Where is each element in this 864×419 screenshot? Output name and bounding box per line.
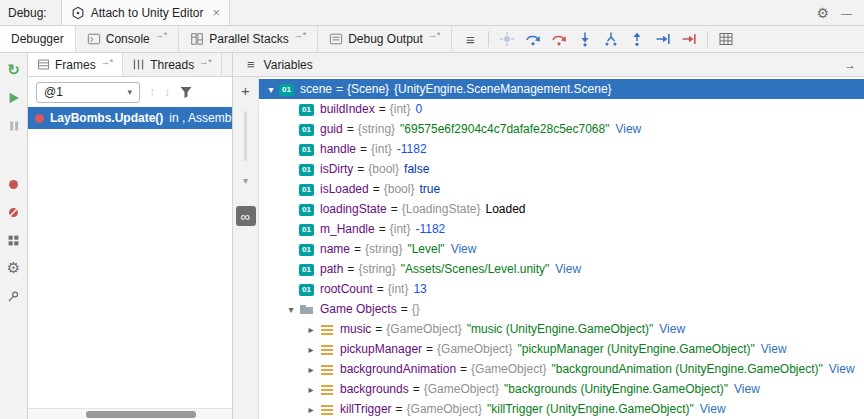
variable-row[interactable]: 01 buildIndex = {int} 0 (259, 99, 864, 119)
view-link[interactable]: View (734, 382, 760, 396)
layout-menu-button[interactable]: ≡ (458, 28, 482, 50)
variable-row[interactable]: 01 path = {string} "Assets/Scenes/Level.… (259, 259, 864, 279)
variable-name: guid (320, 122, 343, 136)
tree-chevron-icon[interactable]: ▸ (303, 324, 319, 335)
resume-button[interactable] (2, 86, 26, 110)
tree-chevron-icon[interactable]: ▾ (283, 304, 299, 315)
gear-icon: ⚙ (7, 259, 20, 277)
variable-row[interactable]: 01 m_Handle = {int} -1182 (259, 219, 864, 239)
variable-name: handle (320, 142, 356, 156)
chevron-down-icon[interactable]: ▾ (243, 175, 248, 186)
view-link[interactable]: View (555, 262, 581, 276)
scrollbar-thumb[interactable] (86, 411, 196, 418)
variable-type: {string} (358, 122, 395, 136)
stop-button[interactable] (2, 172, 26, 196)
variable-row[interactable]: ▾ 01 scene = {Scene} {UnityEngine.SceneM… (259, 79, 864, 99)
frame-location: in , Assembly-C (169, 111, 232, 125)
view-link[interactable]: View (829, 362, 855, 376)
arrow-right-icon[interactable]: → (844, 58, 856, 72)
step-over-button[interactable] (521, 28, 545, 50)
smart-step-into-icon (603, 31, 619, 47)
pin-button[interactable] (2, 284, 26, 308)
step-over-icon (525, 31, 541, 47)
menu-icon[interactable]: ≡ (247, 57, 255, 72)
separator (707, 31, 708, 47)
variable-type: {GameObject} (386, 322, 461, 336)
step-out-button[interactable] (625, 28, 649, 50)
view-link[interactable]: View (761, 342, 787, 356)
variable-row[interactable]: ▸ pickupManager = {GameObject} "pickupMa… (259, 339, 864, 359)
tab-console[interactable]: Console →* (76, 26, 180, 52)
force-step-over-button[interactable] (547, 28, 571, 50)
thread-selector[interactable]: @1 ▾ (36, 82, 140, 103)
show-execution-point-icon (499, 31, 515, 47)
settings-gear-icon[interactable]: ⚙ (816, 5, 829, 21)
show-watches-icon[interactable]: ∞ (236, 206, 256, 226)
variable-row[interactable]: 01 loadingState = {LoadingState} Loaded (259, 199, 864, 219)
separator (488, 31, 489, 47)
smart-step-into-button[interactable] (599, 28, 623, 50)
gameobject-icon (319, 401, 335, 417)
filter-funnel-icon[interactable] (179, 85, 193, 99)
variable-row[interactable]: ▸ backgroundAnimation = {GameObject} "ba… (259, 359, 864, 379)
frame-row[interactable]: LayBombs.Update() in , Assembly-C (28, 107, 232, 129)
scrollbar-thumb[interactable] (244, 111, 247, 161)
variable-row[interactable]: ▾ Game Objects = {} (259, 299, 864, 319)
pause-button[interactable] (2, 114, 26, 138)
tree-chevron-icon[interactable]: ▸ (303, 364, 319, 375)
view-link[interactable]: View (659, 322, 685, 336)
tab-parallel-stacks[interactable]: Parallel Stacks →* (179, 26, 318, 52)
next-frame-icon[interactable]: ↓ (164, 85, 170, 99)
tab-debugger[interactable]: Debugger (0, 26, 76, 52)
previous-frame-icon[interactable]: ↑ (149, 85, 155, 99)
variable-name: music (340, 322, 371, 336)
variable-name: backgroundAnimation (340, 362, 456, 376)
gameobject-icon (319, 341, 335, 357)
variable-row[interactable]: 01 guid = {string} "69575e6f2904c4c7dafa… (259, 119, 864, 139)
variable-row[interactable]: ▸ music = {GameObject} "music (UnityEngi… (259, 319, 864, 339)
variables-tree: ▾ 01 scene = {Scene} {UnityEngine.SceneM… (259, 77, 864, 419)
force-run-to-cursor-button[interactable] (677, 28, 701, 50)
variable-row[interactable]: 01 rootCount = {int} 13 (259, 279, 864, 299)
value-icon: 01 (299, 264, 314, 276)
restore-layout-button[interactable] (2, 228, 26, 252)
variable-value: -1182 (397, 142, 427, 156)
step-into-icon (577, 31, 593, 47)
tree-chevron-icon[interactable]: ▸ (303, 344, 319, 355)
step-into-button[interactable] (573, 28, 597, 50)
tab-frames[interactable]: Frames →* (28, 53, 123, 76)
add-watch-icon[interactable]: + (241, 82, 250, 99)
view-link[interactable]: View (451, 242, 477, 256)
view-link[interactable]: View (700, 402, 726, 416)
tree-chevron-icon[interactable]: ▸ (303, 384, 319, 395)
variable-row[interactable]: 01 handle = {int} -1182 (259, 139, 864, 159)
rerun-button[interactable]: ↻ (2, 58, 26, 82)
thread-selector-value: @1 (44, 85, 63, 99)
variable-row[interactable]: 01 name = {string} "Level" View (259, 239, 864, 259)
grid-view-button[interactable] (714, 28, 738, 50)
tree-chevron-icon[interactable]: ▸ (303, 404, 319, 415)
variable-row[interactable]: ▸ backgrounds = {GameObject} "background… (259, 379, 864, 399)
tree-chevron-icon[interactable]: ▾ (263, 84, 279, 95)
hide-icon[interactable]: — (841, 7, 852, 19)
value-icon: 01 (279, 84, 294, 96)
debug-titlebar: Debug: Attach to Unity Editor × ⚙ — (0, 0, 864, 26)
close-icon[interactable]: × (212, 5, 220, 20)
settings-button[interactable]: ⚙ (2, 256, 26, 280)
tab-threads[interactable]: Threads →* (123, 53, 222, 76)
show-execution-point-button[interactable] (495, 28, 519, 50)
variable-row[interactable]: 01 isDirty = {bool} false (259, 159, 864, 179)
gameobject-icon (319, 381, 335, 397)
variable-row[interactable]: ▸ killTrigger = {GameObject} "killTrigge… (259, 399, 864, 419)
variable-name: scene (300, 82, 332, 96)
debug-tool-window: Debug: Attach to Unity Editor × ⚙ — Debu… (0, 0, 864, 419)
mute-breakpoints-button[interactable] (2, 200, 26, 224)
grid-icon (718, 31, 734, 47)
equals-sign: = (347, 262, 354, 276)
tab-debug-output[interactable]: Debug Output →* (318, 26, 452, 52)
view-link[interactable]: View (615, 122, 641, 136)
equals-sign: = (379, 222, 386, 236)
session-tab-attach-to-unity-editor[interactable]: Attach to Unity Editor × (61, 0, 230, 25)
variable-row[interactable]: 01 isLoaded = {bool} true (259, 179, 864, 199)
run-to-cursor-button[interactable] (651, 28, 675, 50)
